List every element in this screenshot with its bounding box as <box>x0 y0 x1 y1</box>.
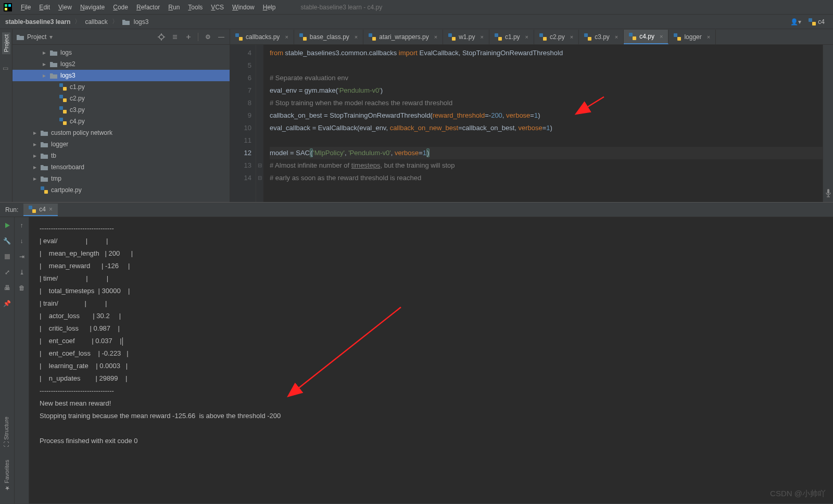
menu-file[interactable]: File <box>17 2 35 13</box>
wrench-icon[interactable]: 🔧 <box>2 236 12 246</box>
stop-button[interactable] <box>2 251 12 262</box>
tree-item[interactable]: c3.py <box>12 104 230 116</box>
code-line[interactable]: # early as soon as the reward threshold … <box>270 172 823 184</box>
menu-help[interactable]: Help <box>259 2 280 13</box>
code-line[interactable]: # Stop training when the model reaches t… <box>270 97 823 109</box>
chevron-right-icon[interactable]: ▸ <box>32 175 37 182</box>
run-config-selector[interactable]: c4 <box>809 18 825 26</box>
trash-icon[interactable]: 🗑 <box>17 283 27 293</box>
collapse-all-icon[interactable] <box>184 33 193 41</box>
console-output[interactable]: ---------------------------------| eval/… <box>29 217 833 503</box>
collapse-icon[interactable]: ▭ <box>3 65 10 72</box>
menu-edit[interactable]: Edit <box>35 2 54 13</box>
close-icon[interactable]: × <box>707 34 710 40</box>
close-icon[interactable]: × <box>355 34 358 40</box>
chevron-right-icon[interactable]: ▸ <box>32 129 37 136</box>
editor-tab[interactable]: callbacks.py× <box>230 30 294 44</box>
close-icon[interactable]: × <box>434 34 437 40</box>
tree-item[interactable]: ▸logs <box>12 47 230 58</box>
code-line[interactable] <box>270 134 823 147</box>
close-icon[interactable]: × <box>285 34 288 40</box>
code-line[interactable]: from stable_baselines3.common.callbacks … <box>270 47 823 59</box>
editor-tab[interactable]: c3.py× <box>579 30 624 44</box>
chevron-right-icon[interactable]: ▸ <box>32 163 37 171</box>
code-line[interactable]: # Separate evaluation env <box>270 72 823 84</box>
rerun-button[interactable] <box>2 220 12 231</box>
editor-tab[interactable]: c2.py× <box>534 30 579 44</box>
tree-item[interactable]: c1.py <box>12 81 230 93</box>
expand-all-icon[interactable] <box>171 33 179 41</box>
tree-item[interactable]: ▸tensorboard <box>12 161 230 173</box>
editor-tab[interactable]: c4.py× <box>624 30 668 44</box>
crumb-folder[interactable]: callback <box>85 18 107 26</box>
close-icon[interactable]: × <box>615 34 618 40</box>
tree-item[interactable]: ▸custom policy network <box>12 127 230 138</box>
run-tab[interactable]: c4 × <box>23 204 58 216</box>
project-tool-tab[interactable]: Project <box>2 32 10 54</box>
close-icon[interactable]: × <box>49 206 53 213</box>
tree-item[interactable]: c4.py <box>12 116 230 127</box>
chevron-right-icon[interactable]: ▸ <box>32 141 37 148</box>
crumb-subfolder[interactable]: logs3 <box>134 18 149 26</box>
project-tree[interactable]: ▸logs▸logs2▸logs3c1.pyc2.pyc3.pyc4.py▸cu… <box>12 45 230 202</box>
code-line[interactable]: callback_on_best = StopTrainingOnRewardT… <box>270 109 823 122</box>
code-line[interactable]: model = SAC('MlpPolicy', 'Pendulum-v0', … <box>270 147 823 159</box>
project-panel: Project ▾ ⚙ — ▸logs▸logs2▸logs3c1.pyc2.p… <box>12 29 230 202</box>
structure-tool-tab[interactable]: ⛶ Structure <box>2 414 10 449</box>
code-line[interactable]: # Almost infinite number of timesteps, b… <box>270 159 823 172</box>
crumb-project[interactable]: stable-baseline3 learn <box>5 18 70 26</box>
menu-code[interactable]: Code <box>109 2 132 13</box>
python-file-icon <box>59 118 67 125</box>
run-header: Run: c4 × <box>0 203 833 217</box>
close-icon[interactable]: × <box>660 33 663 40</box>
tree-item[interactable]: c2.py <box>12 93 230 104</box>
pin-icon[interactable]: 📌 <box>2 298 12 309</box>
favorites-tool-tab[interactable]: ★ Favorites <box>2 458 11 494</box>
hide-panel-icon[interactable]: — <box>217 33 225 41</box>
chevron-down-icon[interactable]: ▾ <box>49 33 53 41</box>
chevron-right-icon[interactable]: ▸ <box>42 72 47 79</box>
editor-tab[interactable]: w1.py× <box>443 30 489 44</box>
menu-view[interactable]: View <box>54 2 76 13</box>
print-button[interactable]: 🖶 <box>2 283 12 293</box>
chevron-right-icon[interactable]: ▸ <box>32 152 37 159</box>
editor-body[interactable]: 4567891011121314 ⊟⊟ from stable_baseline… <box>230 45 833 202</box>
code-area[interactable]: from stable_baselines3.common.callbacks … <box>263 45 823 202</box>
close-icon[interactable]: × <box>525 34 528 40</box>
close-icon[interactable]: × <box>480 34 483 40</box>
console-line: | mean_ep_length | 200 | <box>40 247 823 260</box>
tree-item[interactable]: ▸tmp <box>12 173 230 184</box>
editor-tab[interactable]: logger× <box>668 30 716 44</box>
menu-navigate[interactable]: Navigate <box>76 2 109 13</box>
tree-label: logs3 <box>60 72 75 79</box>
tree-item[interactable]: ▸logger <box>12 138 230 150</box>
chevron-right-icon[interactable]: ▸ <box>42 60 47 68</box>
scroll-to-end-icon[interactable]: ⤓ <box>17 267 27 278</box>
tree-item[interactable]: ▸tb <box>12 150 230 161</box>
layout-icon[interactable]: ⤢ <box>2 267 12 278</box>
gear-icon[interactable]: ⚙ <box>204 33 212 41</box>
menu-refactor[interactable]: Refactor <box>132 2 164 13</box>
menu-window[interactable]: Window <box>228 2 259 13</box>
code-line[interactable] <box>270 59 823 72</box>
menu-vcs[interactable]: VCS <box>207 2 228 13</box>
tree-item[interactable]: cartpole.py <box>12 184 230 196</box>
menu-tools[interactable]: Tools <box>184 2 207 13</box>
close-icon[interactable]: × <box>570 34 573 40</box>
down-arrow-icon[interactable]: ↓ <box>17 236 27 246</box>
chevron-right-icon[interactable]: ▸ <box>42 49 47 56</box>
locate-icon[interactable] <box>157 33 166 41</box>
mic-icon[interactable] <box>825 188 832 198</box>
editor-tab[interactable]: atari_wrappers.py× <box>363 30 443 44</box>
editor-tab[interactable]: base_class.py× <box>294 30 363 44</box>
user-icon[interactable]: 👤▾ <box>790 18 801 26</box>
code-line[interactable]: eval_callback = EvalCallback(eval_env, c… <box>270 122 823 134</box>
menu-run[interactable]: Run <box>164 2 184 13</box>
tab-label: c3.py <box>595 33 610 41</box>
tree-item[interactable]: ▸logs3 <box>12 70 230 81</box>
editor-tab[interactable]: c1.py× <box>489 30 534 44</box>
soft-wrap-icon[interactable]: ⇥ <box>17 251 27 262</box>
up-arrow-icon[interactable]: ↑ <box>17 220 27 231</box>
tree-item[interactable]: ▸logs2 <box>12 58 230 70</box>
code-line[interactable]: eval_env = gym.make('Pendulum-v0') <box>270 84 823 97</box>
